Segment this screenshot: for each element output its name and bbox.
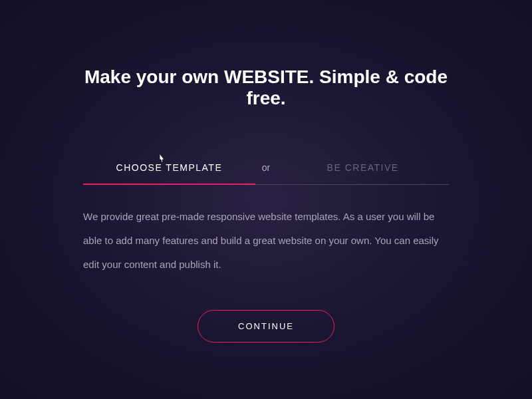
tab-choose-template[interactable]: CHOOSE TEMPLATE xyxy=(83,162,255,185)
page-heading: Make your own WEBSITE. Simple & code fre… xyxy=(83,66,449,109)
tab-separator: or xyxy=(255,162,277,185)
tab-active-indicator xyxy=(83,184,255,185)
tab-bar: CHOOSE TEMPLATE or BE CREATIVE xyxy=(83,162,449,185)
pointer-cursor-icon xyxy=(156,152,167,167)
continue-button[interactable]: CONTINUE xyxy=(198,310,334,342)
tab-description: We provide great pre-made responsive web… xyxy=(83,205,449,277)
tab-be-creative[interactable]: BE CREATIVE xyxy=(277,162,449,185)
